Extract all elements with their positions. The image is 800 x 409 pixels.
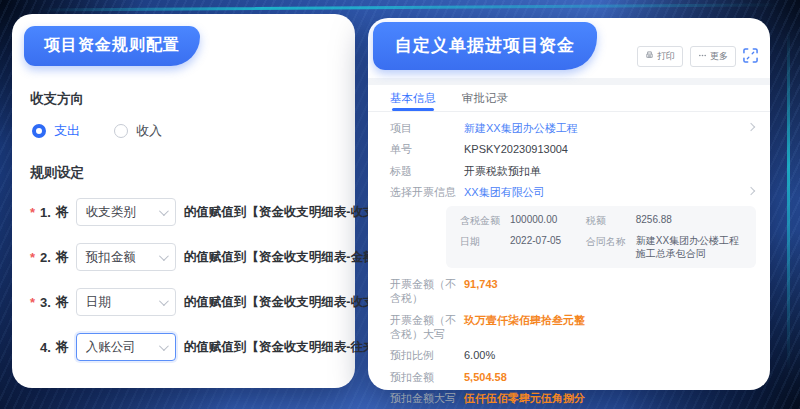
chevron-right-icon[interactable] [747, 187, 755, 195]
rules-list: * 1. 将 收支类别 的值赋值到【资金收支明细表-收支类别】中 * 2. 将 … [30, 198, 337, 361]
field-row-invoice-amount: 开票金额（不含税） 91,743 [390, 277, 756, 306]
rule-number: 3. [40, 295, 51, 310]
field-row-title: 标题 开票税款预扣单 [390, 164, 756, 178]
chevron-down-icon [159, 206, 169, 216]
field-row-withhold-amount: 预扣金额 5,504.58 [390, 370, 756, 384]
detail-tabs: 基本信息 审批记录 [368, 85, 770, 112]
radio-expense[interactable] [32, 124, 46, 138]
rule-number: 2. [40, 250, 51, 265]
select-value: 入账公司 [86, 339, 136, 356]
left-card-title: 项目资金规则配置 [24, 26, 200, 66]
select-value: 收支类别 [86, 204, 136, 221]
field-label: 预扣金额大写 [390, 391, 464, 405]
direction-section-label: 收支方向 [30, 90, 337, 108]
field-value: 5,504.58 [464, 370, 507, 384]
rule-field-select-1[interactable]: 收支类别 [76, 198, 176, 226]
rule-word: 将 [56, 248, 69, 266]
required-asterisk: * [30, 205, 40, 220]
field-row-invoice-amount-words: 开票金额（不含税）大写 玖万壹仟柒佰肆拾叁元整 [390, 313, 756, 342]
project-link[interactable]: 新建XX集团办公楼工程 [464, 121, 578, 135]
rule-field-select-3[interactable]: 日期 [76, 288, 176, 316]
cyan-right-accent-line [787, 30, 790, 370]
field-value: 91,743 [464, 277, 498, 291]
rule-number: 4. [40, 340, 51, 355]
field-label: 含税金额 [460, 214, 510, 228]
radio-income-label[interactable]: 收入 [136, 122, 162, 140]
field-value: 开票税款预扣单 [464, 164, 541, 178]
field-label: 选择开票信息 [390, 185, 464, 199]
select-value: 预扣金额 [86, 249, 136, 266]
field-label: 预扣比例 [390, 348, 464, 362]
print-button-label: 打印 [657, 50, 675, 63]
field-value: 6.00% [464, 348, 495, 362]
chevron-down-icon [159, 251, 169, 261]
field-value: 2022-07-05 [510, 235, 561, 248]
rule-config-card: 项目资金规则配置 收支方向 支出 收入 规则设定 * 1. 将 收支类别 的值赋… [12, 14, 355, 388]
contract-amount-item: 含税金额 100000.00 [460, 214, 576, 228]
tax-amount-item: 税额 8256.88 [586, 214, 742, 228]
field-label: 开票金额（不含税）大写 [390, 313, 464, 342]
rule-row-2: * 2. 将 预扣金额 的值赋值到【资金收支明细表-金额】中 [30, 243, 337, 271]
chevron-down-icon [159, 341, 169, 351]
tab-basic-info[interactable]: 基本信息 [390, 85, 436, 111]
field-label: 开票金额（不含税） [390, 277, 464, 306]
field-label: 标题 [390, 164, 464, 178]
print-button[interactable]: 打印 [637, 46, 683, 67]
contract-name-item: 合同名称 新建XX集团办公楼工程施工总承包合同 [586, 235, 742, 260]
more-icon [698, 51, 707, 62]
direction-radio-group: 支出 收入 [32, 122, 337, 140]
field-label: 单号 [390, 142, 464, 156]
rule-word: 将 [56, 203, 69, 221]
print-icon [645, 51, 654, 62]
field-label: 项目 [390, 121, 464, 135]
field-row-invoice-info: 选择开票信息 XX集团有限公司 [390, 185, 756, 199]
field-row-project: 项目 新建XX集团办公楼工程 [390, 121, 756, 135]
radio-expense-label[interactable]: 支出 [54, 122, 80, 140]
fullscreen-button[interactable] [743, 48, 758, 66]
chevron-down-icon [159, 296, 169, 306]
invoice-company-link[interactable]: XX集团有限公司 [464, 185, 545, 199]
detail-form: 项目 新建XX集团办公楼工程 单号 KPSKY20230913004 标题 开票… [368, 112, 770, 409]
rule-word: 将 [56, 293, 69, 311]
rule-field-select-4[interactable]: 入账公司 [76, 333, 176, 361]
right-card-title: 自定义单据进项目资金 [373, 22, 597, 70]
field-row-doc-number: 单号 KPSKY20230913004 [390, 142, 756, 156]
field-value: 新建XX集团办公楼工程施工总承包合同 [636, 235, 742, 260]
contract-date-item: 日期 2022-07-05 [460, 235, 576, 260]
field-value: 100000.00 [510, 214, 557, 227]
field-row-withhold-amount-words: 预扣金额大写 伍仟伍佰零肆元伍角捌分 [390, 391, 756, 405]
field-label: 预扣金额 [390, 370, 464, 384]
tab-approval-record[interactable]: 审批记录 [462, 85, 508, 111]
field-value: 8256.88 [636, 214, 672, 227]
field-label: 税额 [586, 214, 636, 228]
field-row-withhold-ratio: 预扣比例 6.00% [390, 348, 756, 362]
field-value: 玖万壹仟柒佰肆拾叁元整 [464, 313, 585, 327]
rule-row-3: * 3. 将 日期 的值赋值到【资金收支明细表-收支日期】中 [30, 288, 337, 316]
field-label: 合同名称 [586, 235, 636, 249]
required-asterisk: * [30, 295, 40, 310]
rule-field-select-2[interactable]: 预扣金额 [76, 243, 176, 271]
document-detail-card: 自定义单据进项目资金 打印 更多 基本信息 审批记录 [368, 18, 770, 390]
field-label: 日期 [460, 235, 510, 249]
chevron-right-icon[interactable] [747, 123, 755, 131]
more-button[interactable]: 更多 [690, 46, 736, 67]
select-value: 日期 [86, 294, 111, 311]
cyan-top-accent-line [40, 3, 780, 11]
rule-row-1: * 1. 将 收支类别 的值赋值到【资金收支明细表-收支类别】中 [30, 198, 337, 226]
rule-number: 1. [40, 205, 51, 220]
radio-income[interactable] [114, 124, 128, 138]
rules-section-label: 规则设定 [30, 164, 337, 182]
field-value: 伍仟伍佰零肆元伍角捌分 [464, 391, 585, 405]
required-asterisk: * [30, 250, 40, 265]
rule-word: 将 [56, 338, 69, 356]
rule-row-4: 4. 将 入账公司 的值赋值到【资金收支明细表-往来单位】中 [30, 333, 337, 361]
field-value: KPSKY20230913004 [464, 142, 568, 156]
contract-info-box: 含税金额 100000.00 税额 8256.88 日期 2022-07-05 … [446, 206, 756, 268]
fullscreen-icon [743, 48, 758, 66]
document-toolbar: 打印 更多 [637, 46, 758, 67]
more-button-label: 更多 [710, 50, 728, 63]
header-divider-strip [368, 78, 770, 85]
